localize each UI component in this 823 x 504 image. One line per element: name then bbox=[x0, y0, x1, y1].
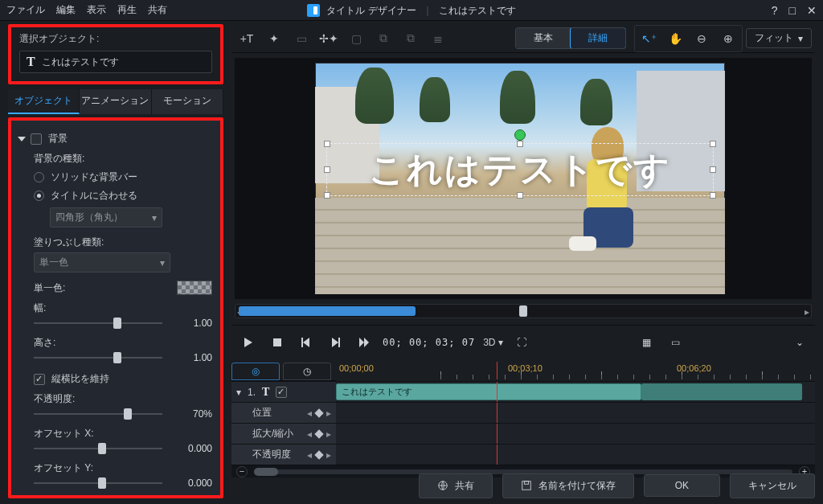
track-disclosure[interactable]: ▾ bbox=[236, 387, 241, 398]
preview-area[interactable]: これはテストです bbox=[235, 58, 812, 299]
svg-rect-10 bbox=[524, 481, 528, 485]
bg-type-solid-row[interactable]: ソリッドな背景バー bbox=[34, 170, 212, 184]
title-text-object[interactable]: これはテストです bbox=[326, 143, 714, 196]
playhead[interactable] bbox=[497, 362, 497, 379]
bg-opacity-label: 不透明度: bbox=[34, 392, 212, 406]
bg-width-slider[interactable] bbox=[34, 315, 162, 331]
svg-marker-6 bbox=[359, 338, 364, 347]
timeline-tab-keyframe[interactable]: ◎ bbox=[231, 363, 280, 380]
bg-color-label: 単一色: bbox=[34, 281, 65, 295]
timecode: 00; 00; 03; 07 bbox=[383, 337, 475, 348]
save-as-button[interactable]: 名前を付けて保存 bbox=[502, 473, 634, 498]
zoom-in-button[interactable]: ⊕ bbox=[716, 27, 740, 50]
left-pane: 選択オブジェクト: T これはテストです オブジェクト アニメーション モーショ… bbox=[8, 24, 223, 496]
tab-animation[interactable]: アニメーション bbox=[80, 89, 151, 114]
cancel-button-label: キャンセル bbox=[748, 479, 796, 493]
fullscreen-button[interactable]: ⛶ bbox=[511, 332, 532, 353]
selected-object-label: 選択オブジェクト: bbox=[19, 32, 212, 46]
align-button[interactable]: ≣ bbox=[426, 27, 450, 50]
radio-fit-title[interactable] bbox=[34, 191, 44, 201]
keyframe-icon[interactable] bbox=[314, 450, 323, 459]
tab-motion[interactable]: モーション bbox=[152, 89, 223, 114]
ruler-t0: 00;00;00 bbox=[339, 363, 374, 373]
chevron-down-icon: ▾ bbox=[798, 33, 803, 44]
prev-frame-button[interactable] bbox=[296, 332, 317, 353]
bg-height-slider[interactable] bbox=[34, 350, 162, 366]
pointer-tool[interactable]: ↖⁺ bbox=[637, 27, 661, 50]
svg-rect-9 bbox=[522, 481, 530, 490]
next-frame-button[interactable] bbox=[325, 332, 346, 353]
maximize-icon[interactable]: □ bbox=[789, 4, 796, 17]
bg-color-swatch[interactable] bbox=[177, 281, 212, 295]
menu-edit[interactable]: 編集 bbox=[56, 3, 76, 17]
fast-forward-button[interactable] bbox=[354, 332, 375, 353]
bg-type-fit-row[interactable]: タイトルに合わせる bbox=[34, 189, 212, 203]
preview-hscroll[interactable]: ◂ ▸ bbox=[235, 304, 812, 318]
bg-offx-slider[interactable] bbox=[34, 440, 162, 457]
playbar-more[interactable]: ⌄ bbox=[791, 337, 809, 348]
shape-select[interactable]: 四角形（角丸） ▾ bbox=[50, 207, 162, 227]
hand-tool[interactable]: ✋ bbox=[663, 27, 687, 50]
menu-share[interactable]: 共有 bbox=[148, 3, 167, 17]
ok-button[interactable]: OK bbox=[644, 474, 720, 497]
track-pos-label: 位置 bbox=[252, 406, 272, 420]
zoom-fit-select[interactable]: フィット ▾ bbox=[746, 28, 812, 48]
bg-width-value: 1.00 bbox=[170, 318, 212, 329]
box-tool-button[interactable]: ▢ bbox=[344, 27, 368, 50]
scroll-right-icon[interactable]: ▸ bbox=[801, 306, 813, 316]
add-effect-button[interactable]: ✢✦ bbox=[317, 27, 341, 50]
three-d-toggle[interactable]: 3D ▾ bbox=[483, 337, 503, 348]
menu-play[interactable]: 再生 bbox=[117, 3, 137, 17]
radio-fit-title-label: タイトルに合わせる bbox=[51, 189, 137, 203]
bg-height-label: 高さ: bbox=[34, 336, 212, 350]
menu-view[interactable]: 表示 bbox=[87, 3, 106, 17]
add-text-button[interactable]: +T bbox=[235, 27, 259, 50]
tab-object[interactable]: オブジェクト bbox=[8, 89, 80, 114]
zoom-out-button[interactable]: ⊖ bbox=[690, 27, 714, 50]
window-controls: ? □ ✕ bbox=[772, 0, 817, 21]
title-clip-tail[interactable] bbox=[641, 383, 802, 400]
ruler-t1: 00;03;10 bbox=[508, 363, 543, 373]
selected-object-row[interactable]: T これはテストです bbox=[19, 51, 212, 73]
bg-section-header[interactable]: 背景 bbox=[19, 132, 212, 145]
svg-rect-5 bbox=[338, 338, 340, 347]
keep-ratio-checkbox[interactable] bbox=[34, 374, 45, 385]
radio-solid-bar[interactable] bbox=[34, 172, 44, 182]
bg-opacity-slider[interactable] bbox=[34, 406, 162, 422]
help-icon[interactable]: ? bbox=[772, 4, 778, 17]
stop-button[interactable] bbox=[267, 332, 288, 353]
timeline-ruler[interactable]: 00;00;00 00;03;10 00;06;20 bbox=[336, 362, 815, 379]
close-icon[interactable]: ✕ bbox=[807, 4, 817, 17]
layer-up-button[interactable]: ⧉ bbox=[399, 27, 423, 50]
play-button[interactable] bbox=[238, 332, 259, 353]
add-image-button[interactable]: ▭ bbox=[289, 27, 313, 50]
view-basic[interactable]: 基本 bbox=[516, 28, 571, 48]
add-particle-button[interactable]: ✦ bbox=[262, 27, 286, 50]
fill-select[interactable]: 単一色 ▾ bbox=[34, 252, 170, 272]
keyframe-icon[interactable] bbox=[314, 429, 323, 438]
title-text-value: これはテストです bbox=[369, 146, 671, 194]
share-button[interactable]: 共有 bbox=[419, 473, 493, 498]
menu-file[interactable]: ファイル bbox=[6, 3, 45, 17]
title-clip[interactable]: これはテストです bbox=[336, 383, 641, 400]
bg-fill-label: 塗りつぶし種類: bbox=[34, 236, 212, 249]
radio-solid-bar-label: ソリッドな背景バー bbox=[51, 170, 137, 184]
track-row-position: 位置 ◂▸ bbox=[231, 402, 815, 423]
timeline-tab-clock[interactable]: ◷ bbox=[283, 363, 331, 380]
grid-view-icon[interactable]: ▦ bbox=[637, 332, 657, 353]
bg-enable-checkbox[interactable] bbox=[31, 133, 42, 145]
bg-offy-slider[interactable] bbox=[34, 475, 162, 491]
track-visible-checkbox[interactable] bbox=[276, 387, 287, 398]
layer-down-button[interactable]: ⧉ bbox=[371, 27, 395, 50]
keep-ratio-label: 縦横比を維持 bbox=[51, 372, 109, 386]
cancel-button[interactable]: キャンセル bbox=[730, 473, 815, 498]
keyframe-icon[interactable] bbox=[314, 408, 323, 417]
bg-type-label: 背景の種類: bbox=[34, 152, 212, 166]
rotate-handle[interactable] bbox=[514, 129, 526, 141]
selected-object-box: 選択オブジェクト: T これはテストです bbox=[8, 24, 223, 84]
share-button-label: 共有 bbox=[455, 479, 474, 493]
svg-rect-3 bbox=[301, 338, 303, 347]
right-pane: +T ✦ ▭ ✢✦ ▢ ⧉ ⧉ ≣ 基本 詳細 ↖⁺ ✋ ⊖ ⊕ フィット ▾ bbox=[231, 24, 815, 496]
view-advanced[interactable]: 詳細 bbox=[570, 27, 626, 49]
safe-area-icon[interactable]: ▭ bbox=[665, 332, 686, 353]
